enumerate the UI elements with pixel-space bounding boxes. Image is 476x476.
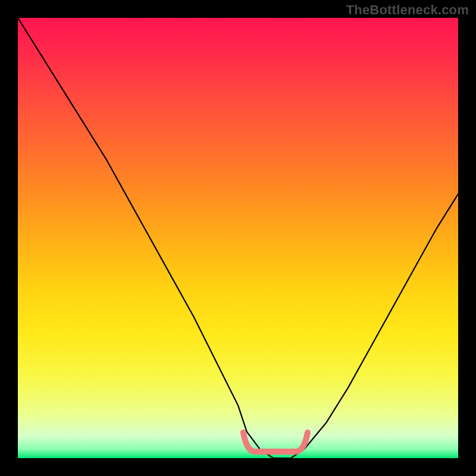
plot-area bbox=[18, 18, 458, 458]
chart-frame: TheBottleneck.com bbox=[0, 0, 476, 476]
bottleneck-curve bbox=[18, 18, 458, 458]
curve-svg bbox=[18, 18, 458, 458]
valley-highlight bbox=[243, 433, 308, 452]
watermark-label: TheBottleneck.com bbox=[346, 2, 469, 18]
